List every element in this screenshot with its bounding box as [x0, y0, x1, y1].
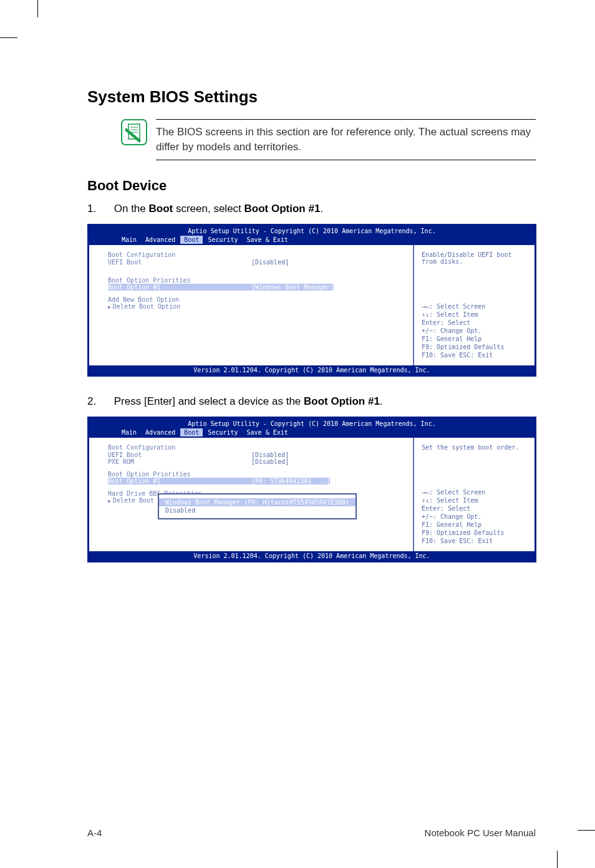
tab-security: Security — [204, 428, 241, 436]
step-2: 2. Press [Enter] and select a device as … — [87, 395, 536, 408]
crop-mark — [37, 0, 38, 17]
tab-boot: Boot — [180, 236, 203, 244]
step-number: 2. — [87, 395, 111, 408]
key-hint: F1: General Help — [422, 521, 527, 529]
uefi-boot-value: [Disabled] — [251, 451, 289, 458]
bios-help-text: Set the system boot order. — [422, 444, 527, 451]
tab-advanced: Advanced — [142, 428, 179, 436]
page-footer: A-4 Notebook PC User Manual — [87, 827, 536, 838]
pxe-rom-value: [Disabled] — [251, 458, 289, 465]
bios-tabs: MainAdvancedBootSecuritySave & Exit — [89, 427, 535, 438]
bios-header: Aptio Setup Utility - Copyright (C) 2010… — [89, 226, 535, 234]
tab-boot: Boot — [180, 428, 203, 436]
tab-save-exit: Save & Exit — [243, 428, 292, 436]
crop-mark — [578, 830, 595, 831]
key-hint: F9: Optimized Defaults — [422, 529, 527, 537]
bios-footer: Version 2.01.1204. Copyright (C) 2010 Am… — [89, 551, 535, 561]
step-text: . — [380, 395, 383, 407]
key-hint: →←: Select Screen — [422, 302, 527, 311]
step-number: 1. — [87, 203, 111, 215]
popup-item: Disabled — [165, 506, 349, 514]
key-hint: +/−: Change Opt. — [422, 327, 527, 335]
bios-left-panel: Boot Configuration UEFI Boot [Disabled] … — [89, 245, 413, 365]
manual-title: Notebook PC User Manual — [425, 827, 536, 838]
step-text: screen, select — [173, 203, 244, 215]
pxe-rom-label: PXE ROM — [108, 458, 251, 465]
key-hint: ↑↓: Select Item — [422, 496, 527, 504]
bios-screenshot-2: Aptio Setup Utility - Copyright (C) 2010… — [87, 417, 536, 562]
popup-item-selected: Windows Boot Manager (P0: HitachiHTS5450… — [159, 498, 356, 506]
step-text: On the — [114, 203, 149, 215]
tab-main: Main — [118, 236, 140, 244]
note-block: The BIOS screens in this section are for… — [121, 119, 536, 160]
bios-right-panel: Set the system boot order. →←: Select Sc… — [413, 438, 535, 551]
boot-priorities-label: Boot Option Priorities — [108, 277, 394, 284]
crop-mark — [0, 37, 17, 38]
bios-header: Aptio Setup Utility - Copyright (C) 2010… — [89, 418, 535, 427]
tab-advanced: Advanced — [142, 236, 179, 244]
uefi-boot-label: UEFI Boot — [108, 451, 251, 458]
uefi-boot-value: [Disabled] — [251, 259, 289, 266]
bios-right-panel: Enable/Disable UEFI boot from disks. →←:… — [413, 245, 535, 365]
key-hint: Enter: Select — [422, 504, 527, 513]
bios-screenshot-1: Aptio Setup Utility - Copyright (C) 2010… — [87, 224, 536, 377]
step-1: 1. On the Boot screen, select Boot Optio… — [87, 203, 536, 215]
tab-main: Main — [118, 428, 140, 436]
boot-config-label: Boot Configuration — [108, 251, 394, 258]
step-bold: Boot — [149, 203, 173, 215]
crop-mark — [557, 851, 558, 868]
boot-option-1-label: Boot Option #1 — [108, 478, 251, 485]
bios-tabs: MainAdvancedBootSecuritySave & Exit — [89, 234, 535, 245]
step-text: Press [Enter] and select a device as the — [114, 395, 304, 407]
bios-key-hints: →←: Select Screen ↑↓: Select Item Enter:… — [422, 302, 527, 359]
delete-boot-option: Delete Boot Option — [108, 303, 394, 310]
note-text: The BIOS screens in this section are for… — [156, 119, 536, 160]
boot-option-1-label: Boot Option #1 — [108, 284, 251, 291]
boot-option-1-value: [P0: ST9640423AS ...] — [251, 478, 330, 485]
step-bold: Boot Option #1 — [304, 395, 380, 407]
sub-heading: Boot Device — [87, 178, 536, 194]
boot-priorities-label: Boot Option Priorities — [108, 471, 394, 478]
boot-option-popup: Windows Boot Manager (P0: HitachiHTS5450… — [158, 493, 357, 519]
key-hint: F10: Save ESC: Exit — [422, 351, 527, 359]
note-icon — [121, 119, 147, 145]
key-hint: F1: General Help — [422, 335, 527, 343]
bios-key-hints: →←: Select Screen ↑↓: Select Item Enter:… — [422, 488, 527, 545]
add-boot-option: Add New Boot Option — [108, 296, 394, 303]
bios-help-text: Enable/Disable UEFI boot from disks. — [422, 251, 527, 265]
step-text: . — [320, 203, 323, 215]
tab-save-exit: Save & Exit — [243, 236, 292, 244]
key-hint: →←: Select Screen — [422, 488, 527, 496]
boot-option-1-value: [Windows Boot Manager] — [251, 284, 334, 291]
bios-body: Boot Configuration UEFI Boot [Disabled] … — [89, 245, 535, 365]
key-hint: F10: Save ESC: Exit — [422, 537, 527, 545]
bios-footer: Version 2.01.1204. Copyright (C) 2010 Am… — [89, 365, 535, 375]
page-number: A-4 — [87, 827, 102, 838]
key-hint: ↑↓: Select Item — [422, 311, 527, 319]
uefi-boot-label: UEFI Boot — [108, 259, 251, 266]
key-hint: F9: Optimized Defaults — [422, 343, 527, 351]
key-hint: Enter: Select — [422, 319, 527, 327]
key-hint: +/−: Change Opt. — [422, 513, 527, 521]
step-bold: Boot Option #1 — [244, 203, 321, 215]
page-heading: System BIOS Settings — [87, 87, 536, 107]
tab-security: Security — [204, 236, 241, 244]
boot-config-label: Boot Configuration — [108, 444, 394, 451]
